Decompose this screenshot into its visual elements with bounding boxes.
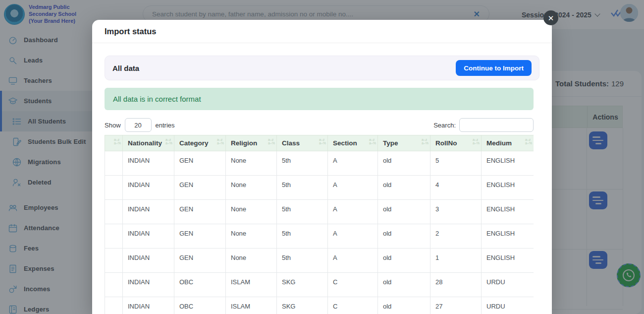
- table-cell: [105, 176, 123, 200]
- table-cell: INDIAN: [123, 224, 174, 249]
- table-cell: None: [226, 249, 277, 273]
- table-row: INDIANOBCISLAMSKGCold27URDU: [105, 297, 534, 314]
- table-cell: INDIAN: [123, 200, 174, 224]
- table-cell: ENGLISH: [482, 224, 534, 249]
- table-search-label: Search:: [433, 122, 456, 129]
- table-cell: 5th: [277, 151, 328, 176]
- column-header-label: Section: [333, 139, 357, 147]
- table-cell: C: [328, 297, 378, 314]
- table-cell: old: [378, 176, 430, 200]
- table-cell: GEN: [174, 224, 226, 249]
- entries-select[interactable]: 20: [125, 118, 152, 132]
- modal-title: Import status: [105, 27, 157, 36]
- table-cell: URDU: [482, 273, 534, 297]
- import-table-wrap: a–z a–%Nationalitya–z a–%Categorya–z a–%…: [105, 135, 534, 314]
- table-cell: GEN: [174, 176, 226, 200]
- table-cell: 5th: [277, 249, 328, 273]
- screen: Vedmarg Public Secondary School (Your Br…: [0, 0, 644, 314]
- entries-label: entries: [156, 122, 175, 129]
- sort-icon: a–z a–%: [369, 138, 376, 145]
- table-row: INDIANGENNone5thAold3ENGLISH: [105, 200, 534, 224]
- table-cell: 5: [430, 151, 482, 176]
- table-cell: [105, 273, 123, 297]
- table-cell: SKG: [277, 273, 328, 297]
- table-cell: [105, 297, 123, 314]
- table-cell: A: [328, 176, 378, 200]
- table-search-input[interactable]: [459, 118, 534, 132]
- table-cell: 5th: [277, 200, 328, 224]
- table-cell: 2: [430, 224, 482, 249]
- table-cell: 28: [430, 273, 482, 297]
- table-cell: old: [378, 249, 430, 273]
- column-header-class[interactable]: Classa–z a–%: [277, 135, 328, 151]
- table-cell: INDIAN: [123, 297, 174, 314]
- table-cell: None: [226, 224, 277, 249]
- table-row: INDIANGENNone5thAold5ENGLISH: [105, 151, 534, 176]
- table-cell: old: [378, 297, 430, 314]
- column-header-medium[interactable]: Mediuma–z a–%: [482, 135, 534, 151]
- table-cell: ENGLISH: [482, 200, 534, 224]
- table-cell: ENGLISH: [482, 176, 534, 200]
- table-cell: [105, 200, 123, 224]
- sort-icon: a–z a–%: [319, 138, 326, 145]
- column-header-label: Religion: [231, 139, 257, 147]
- table-cell: C: [328, 273, 378, 297]
- column-header-label: Type: [383, 139, 398, 147]
- table-cell: [105, 249, 123, 273]
- column-header-rollno[interactable]: RollNoa–z a–%: [430, 135, 482, 151]
- import-table: a–z a–%Nationalitya–z a–%Categorya–z a–%…: [105, 135, 534, 314]
- sort-icon: a–z a–%: [422, 138, 429, 145]
- column-header-label: Nationality: [128, 139, 162, 147]
- table-cell: INDIAN: [123, 176, 174, 200]
- table-cell: ENGLISH: [482, 249, 534, 273]
- column-header-label: Category: [179, 139, 209, 147]
- table-cell: old: [378, 224, 430, 249]
- table-cell: GEN: [174, 249, 226, 273]
- table-cell: ENGLISH: [482, 151, 534, 176]
- table-cell: old: [378, 151, 430, 176]
- table-cell: A: [328, 249, 378, 273]
- table-cell: A: [328, 151, 378, 176]
- table-row: INDIANGENNone5thAold1ENGLISH: [105, 249, 534, 273]
- table-cell: [105, 151, 123, 176]
- column-header-label: RollNo: [435, 139, 457, 147]
- column-header-religion[interactable]: Religiona–z a–%: [226, 135, 277, 151]
- continue-to-import-button[interactable]: Continue to Import: [456, 60, 532, 76]
- table-controls: Show 20 entries Search:: [105, 118, 534, 132]
- column-header-category[interactable]: Categorya–z a–%: [174, 135, 226, 151]
- table-cell: 1: [430, 249, 482, 273]
- table-cell: INDIAN: [123, 151, 174, 176]
- table-cell: GEN: [174, 200, 226, 224]
- table-cell: old: [378, 200, 430, 224]
- table-cell: URDU: [482, 297, 534, 314]
- table-row: INDIANOBCISLAMSKGCold28URDU: [105, 273, 534, 297]
- column-header-type[interactable]: Typea–z a–%: [378, 135, 430, 151]
- table-cell: OBC: [174, 273, 226, 297]
- format-success-alert: All data is in correct format: [105, 88, 534, 110]
- column-header-section[interactable]: Sectiona–z a–%: [328, 135, 378, 151]
- sort-icon: a–z a–%: [268, 138, 275, 145]
- column-header-nationality[interactable]: Nationalitya–z a–%: [123, 135, 174, 151]
- table-cell: A: [328, 224, 378, 249]
- sort-icon: a–z a–%: [114, 138, 121, 145]
- import-status-modal: Import status All data Continue to Impor…: [92, 20, 552, 314]
- show-label: Show: [105, 122, 121, 129]
- table-cell: None: [226, 176, 277, 200]
- table-cell: 5th: [277, 224, 328, 249]
- sort-icon: a–z a–%: [473, 138, 480, 145]
- close-icon[interactable]: ✕: [543, 10, 558, 25]
- table-cell: 3: [430, 200, 482, 224]
- table-row: INDIANGENNone5thAold2ENGLISH: [105, 224, 534, 249]
- table-cell: 4: [430, 176, 482, 200]
- sort-icon: a–z a–%: [525, 138, 532, 145]
- divider: [92, 43, 552, 43]
- table-cell: SKG: [277, 297, 328, 314]
- table-cell: GEN: [174, 151, 226, 176]
- table-cell: OBC: [174, 297, 226, 314]
- sort-icon: a–z a–%: [165, 138, 172, 145]
- column-header-label: Class: [282, 139, 300, 147]
- table-cell: INDIAN: [123, 273, 174, 297]
- table-cell: ISLAM: [226, 273, 277, 297]
- column-header-clipped[interactable]: a–z a–%: [105, 135, 123, 151]
- table-cell: 27: [430, 297, 482, 314]
